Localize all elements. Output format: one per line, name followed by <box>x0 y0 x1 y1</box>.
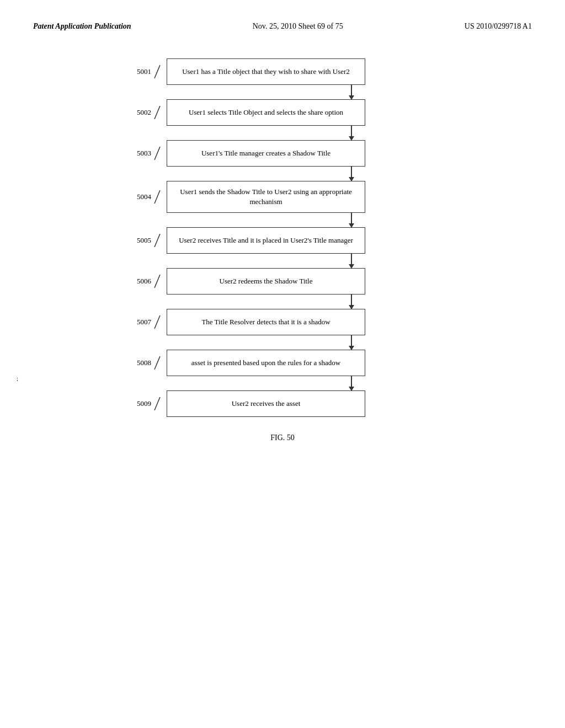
flow-step-5007: 5007 The Title Resolver detects that it … <box>128 309 437 335</box>
arrow-5006 <box>128 295 437 309</box>
arrow-5001 <box>128 85 437 99</box>
flow-step-5002: 5002 User1 selects Title Object and sele… <box>128 99 437 126</box>
svg-line-8 <box>154 397 160 410</box>
notch-icon-5007 <box>152 315 162 329</box>
figure-label: FIG. 50 <box>33 433 532 442</box>
arrow-5003 <box>128 167 437 181</box>
notch-icon-5003 <box>152 147 162 160</box>
flow-step-5004: 5004 User1 sends the Shadow Title to Use… <box>128 181 437 213</box>
step-label-5009: 5009 <box>128 397 167 410</box>
flow-step-5001: 5001 User1 has a Title object that they … <box>128 58 437 85</box>
page: Patent Application Publication Nov. 25, … <box>0 0 565 728</box>
notch-icon-5001 <box>152 65 162 78</box>
page-header: Patent Application Publication Nov. 25, … <box>33 22 532 31</box>
arrow-5008 <box>128 376 437 390</box>
step-box-5004: User1 sends the Shadow Title to User2 us… <box>167 181 365 213</box>
step-box-5007: The Title Resolver detects that it is a … <box>167 309 365 335</box>
flow-step-5005: 5005 User2 receives Title and it is plac… <box>128 227 437 254</box>
notch-icon-5005 <box>152 234 162 247</box>
arrow-5007 <box>128 335 437 350</box>
svg-line-1 <box>154 106 160 119</box>
arrow-5002 <box>128 126 437 140</box>
svg-line-0 <box>154 65 160 78</box>
step-box-5009: User2 receives the asset <box>167 390 365 417</box>
step-box-5008: asset is presented based upon the rules … <box>167 350 365 376</box>
svg-line-5 <box>154 275 160 288</box>
notch-icon-5009 <box>152 397 162 410</box>
step-box-5005: User2 receives Title and it is placed in… <box>167 227 365 254</box>
flow-step-5006: 5006 User2 redeems the Shadow Title <box>128 268 437 295</box>
step-box-5001: User1 has a Title object that they wish … <box>167 58 365 85</box>
svg-line-7 <box>154 356 160 370</box>
flow-step-5008: 5008 asset is presented based upon the r… <box>128 350 437 376</box>
margin-mark: ; <box>17 375 18 382</box>
flow-step-5003: 5003 User1's Title manager creates a Sha… <box>128 140 437 167</box>
flowchart-diagram: 5001 User1 has a Title object that they … <box>33 58 532 417</box>
step-box-5002: User1 selects Title Object and selects t… <box>167 99 365 126</box>
arrow-5005 <box>128 254 437 268</box>
step-label-5002: 5002 <box>128 106 167 119</box>
step-label-5001: 5001 <box>128 65 167 78</box>
step-label-5008: 5008 <box>128 356 167 370</box>
notch-icon-5008 <box>152 356 162 370</box>
publication-label: Patent Application Publication <box>33 22 131 31</box>
step-box-5003: User1's Title manager creates a Shadow T… <box>167 140 365 167</box>
step-label-5006: 5006 <box>128 275 167 288</box>
step-label-5007: 5007 <box>128 315 167 329</box>
flow-step-5009: 5009 User2 receives the asset <box>128 390 437 417</box>
patent-number: US 2010/0299718 A1 <box>465 22 532 31</box>
svg-line-3 <box>154 190 160 204</box>
notch-icon-5004 <box>152 190 162 204</box>
step-label-5005: 5005 <box>128 234 167 247</box>
svg-line-2 <box>154 147 160 160</box>
arrow-5004 <box>128 213 437 227</box>
step-label-5004: 5004 <box>128 190 167 204</box>
notch-icon-5006 <box>152 275 162 288</box>
svg-line-4 <box>154 234 160 247</box>
notch-icon-5002 <box>152 106 162 119</box>
svg-line-6 <box>154 315 160 329</box>
step-box-5006: User2 redeems the Shadow Title <box>167 268 365 295</box>
date-sheet-info: Nov. 25, 2010 Sheet 69 of 75 <box>253 22 343 31</box>
step-label-5003: 5003 <box>128 147 167 160</box>
